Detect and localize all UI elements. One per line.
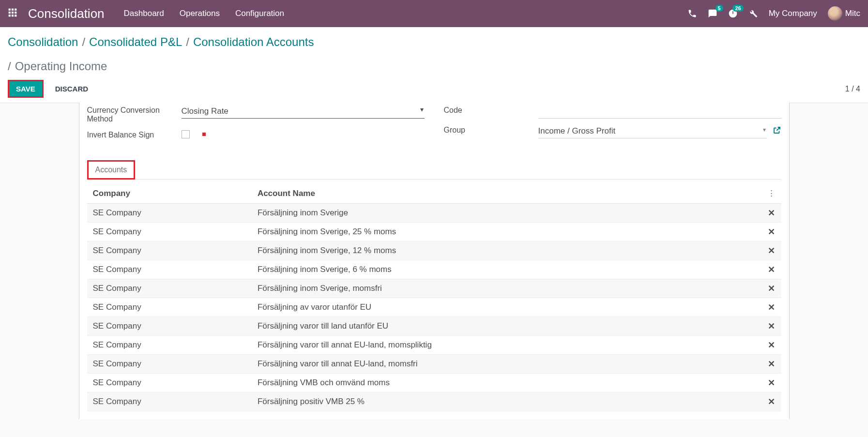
breadcrumb-link[interactable]: Consolidation Accounts	[193, 34, 314, 50]
table-row[interactable]: SE CompanyFörsäljning varor till annat E…	[87, 336, 781, 355]
top-navbar: Consolidation Dashboard Operations Confi…	[0, 0, 868, 27]
col-account-name[interactable]: Account Name	[252, 183, 761, 204]
cell-company: SE Company	[87, 279, 252, 298]
code-input[interactable]	[538, 105, 781, 119]
cell-company: SE Company	[87, 374, 252, 392]
user-name-label: Mitc	[845, 9, 860, 18]
menu-configuration[interactable]: Configuration	[235, 9, 284, 18]
avatar	[828, 6, 842, 21]
save-button[interactable]: SAVE	[8, 80, 44, 98]
delete-row-icon[interactable]: ✕	[768, 340, 775, 350]
cell-account-name: Försäljning varor till land utanför EU	[252, 317, 761, 336]
table-row[interactable]: SE CompanyFörsäljning inom Sverige, 12 %…	[87, 241, 781, 260]
form-sheet: Currency Conversion Method Closing Rate …	[79, 103, 790, 419]
svg-rect-1	[12, 9, 14, 11]
activities-icon[interactable]: 26	[728, 9, 738, 18]
svg-rect-3	[9, 12, 11, 14]
discard-button[interactable]: DISCARD	[48, 81, 95, 96]
delete-row-icon[interactable]: ✕	[768, 265, 775, 274]
app-brand[interactable]: Consolidation	[28, 6, 105, 21]
control-panel: Consolidation / Consolidated P&L / Conso…	[0, 27, 868, 103]
cell-account-name: Försäljning varor till annat EU-land, mo…	[252, 355, 761, 374]
cell-company: SE Company	[87, 392, 252, 411]
svg-rect-5	[15, 12, 16, 14]
cell-account-name: Försäljning inom Sverige	[252, 204, 761, 223]
delete-row-icon[interactable]: ✕	[768, 321, 775, 331]
group-select[interactable]: Income / Gross Profit	[538, 124, 767, 138]
delete-row-icon[interactable]: ✕	[768, 284, 775, 293]
svg-rect-8	[15, 15, 16, 16]
company-selector[interactable]: My Company	[769, 9, 817, 18]
notebook-tabs: Accounts	[87, 160, 781, 180]
user-menu[interactable]: Mitc	[828, 6, 860, 21]
svg-rect-2	[15, 9, 16, 11]
delete-row-icon[interactable]: ✕	[768, 208, 775, 218]
delete-row-icon[interactable]: ✕	[768, 227, 775, 237]
main-menu: Dashboard Operations Configuration	[124, 9, 284, 18]
col-options[interactable]: ⋮	[761, 183, 781, 204]
cell-company: SE Company	[87, 298, 252, 317]
table-row[interactable]: SE CompanyFörsäljning inom Sverige, moms…	[87, 279, 781, 298]
menu-dashboard[interactable]: Dashboard	[124, 9, 164, 18]
cell-account-name: Försäljning inom Sverige, momsfri	[252, 279, 761, 298]
table-row[interactable]: SE CompanyFörsäljning inom Sverige, 25 %…	[87, 223, 781, 241]
svg-rect-6	[9, 15, 11, 16]
delete-row-icon[interactable]: ✕	[768, 359, 775, 369]
messages-icon[interactable]: 5	[708, 9, 717, 18]
cell-account-name: Försäljning positiv VMB 25 %	[252, 392, 761, 411]
cell-account-name: Försäljning inom Sverige, 6 % moms	[252, 260, 761, 279]
tools-icon[interactable]	[748, 9, 758, 18]
breadcrumb-link[interactable]: Consolidated P&L	[89, 34, 182, 50]
field-label-code: Code	[444, 105, 538, 115]
delete-row-icon[interactable]: ✕	[768, 397, 775, 407]
accounts-table: Company Account Name ⋮ SE CompanyFörsälj…	[87, 183, 781, 411]
pager[interactable]: 1 / 4	[845, 85, 860, 93]
cell-account-name: Försäljning varor till annat EU-land, mo…	[252, 336, 761, 355]
tab-accounts[interactable]: Accounts	[87, 160, 136, 180]
external-link-icon[interactable]	[773, 126, 781, 137]
col-company[interactable]: Company	[87, 183, 252, 204]
cell-company: SE Company	[87, 317, 252, 336]
field-label-group: Group	[444, 124, 538, 135]
modified-indicator	[202, 133, 206, 136]
field-label-invert: Invert Balance Sign	[87, 129, 182, 139]
cell-account-name: Försäljning inom Sverige, 12 % moms	[252, 241, 761, 260]
table-row[interactable]: SE CompanyFörsäljning VMB och omvänd mom…	[87, 374, 781, 392]
invert-balance-checkbox[interactable]	[182, 130, 190, 138]
cell-account-name: Försäljning av varor utanför EU	[252, 298, 761, 317]
table-row[interactable]: SE CompanyFörsäljning positiv VMB 25 %✕	[87, 392, 781, 411]
cell-company: SE Company	[87, 241, 252, 260]
delete-row-icon[interactable]: ✕	[768, 302, 775, 312]
cell-company: SE Company	[87, 223, 252, 241]
table-row[interactable]: SE CompanyFörsäljning inom Sverige✕	[87, 204, 781, 223]
table-row[interactable]: SE CompanyFörsäljning varor till annat E…	[87, 355, 781, 374]
svg-rect-4	[12, 12, 14, 14]
breadcrumb: Consolidation / Consolidated P&L / Conso…	[8, 34, 860, 74]
breadcrumb-link[interactable]: Consolidation	[8, 34, 78, 50]
delete-row-icon[interactable]: ✕	[768, 378, 775, 388]
cell-company: SE Company	[87, 355, 252, 374]
currency-method-select[interactable]: Closing Rate	[182, 105, 425, 119]
table-row[interactable]: SE CompanyFörsäljning inom Sverige, 6 % …	[87, 260, 781, 279]
cell-account-name: Försäljning inom Sverige, 25 % moms	[252, 223, 761, 241]
field-label-currency-method: Currency Conversion Method	[87, 105, 182, 123]
table-row[interactable]: SE CompanyFörsäljning av varor utanför E…	[87, 298, 781, 317]
cell-company: SE Company	[87, 336, 252, 355]
activities-badge: 26	[732, 5, 743, 12]
cell-account-name: Försäljning VMB och omvänd moms	[252, 374, 761, 392]
phone-icon[interactable]	[687, 9, 697, 18]
messages-badge: 5	[716, 5, 723, 12]
table-row[interactable]: SE CompanyFörsäljning varor till land ut…	[87, 317, 781, 336]
svg-rect-0	[9, 9, 11, 11]
apps-icon[interactable]	[8, 8, 19, 19]
menu-operations[interactable]: Operations	[180, 9, 220, 18]
delete-row-icon[interactable]: ✕	[768, 246, 775, 256]
cell-company: SE Company	[87, 260, 252, 279]
svg-rect-7	[12, 15, 14, 16]
cell-company: SE Company	[87, 204, 252, 223]
breadcrumb-current: Operating Income	[15, 58, 107, 75]
